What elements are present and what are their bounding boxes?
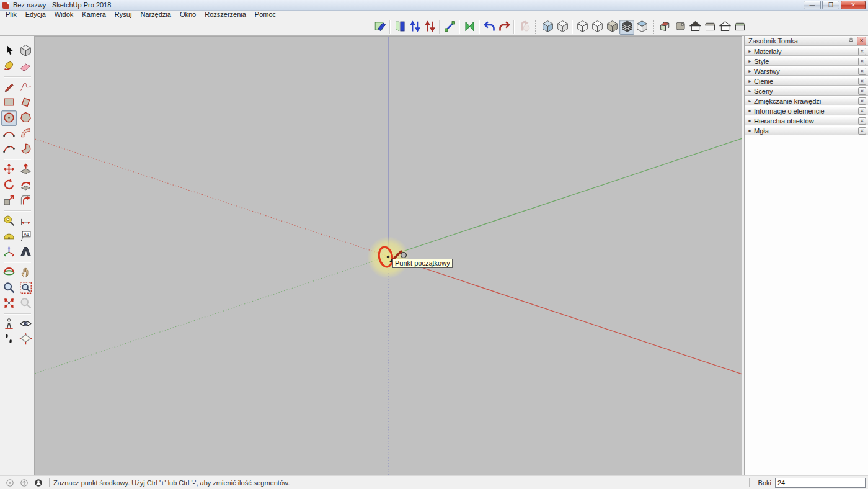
expand-arrow-icon[interactable]: ►	[748, 99, 754, 103]
line-tool-button[interactable]	[1, 79, 17, 95]
style-monochrome-button[interactable]	[634, 20, 649, 35]
menu-okno[interactable]: Okno	[175, 11, 200, 19]
select-tool-button[interactable]	[1, 43, 17, 59]
tray-section-hierarchia-obiektow[interactable]: ► Hierarchia obiektów ✕	[745, 116, 868, 125]
menu-rozszerzenia[interactable]: Rozszerzenia	[200, 11, 250, 19]
protractor-tool-button[interactable]	[1, 229, 17, 244]
tray-section-sceny[interactable]: ► Sceny ✕	[745, 86, 868, 96]
section-arrows-blue-button[interactable]	[407, 20, 422, 35]
expand-arrow-icon[interactable]: ►	[748, 119, 754, 123]
menu-rysuj[interactable]: Rysuj	[110, 11, 136, 19]
view-iso-button[interactable]	[658, 20, 673, 35]
move-diagonal-button[interactable]	[442, 20, 457, 35]
rotated-rectangle-tool-button[interactable]	[18, 95, 33, 110]
orbit-tool-button[interactable]	[1, 265, 17, 280]
undo-button[interactable]	[482, 20, 497, 35]
rotate-tool-button[interactable]	[1, 177, 17, 193]
style-shaded-button[interactable]	[604, 20, 619, 35]
tray-close-icon[interactable]: ✕	[857, 37, 866, 45]
expand-arrow-icon[interactable]: ►	[748, 89, 754, 93]
eraser-tool-button[interactable]	[18, 59, 33, 74]
menu-narzedzia[interactable]: Narzędzia	[136, 11, 175, 19]
3d-text-tool-button[interactable]	[18, 244, 33, 260]
drawing-canvas[interactable]: Punkt początkowy	[34, 36, 742, 475]
view-front-button[interactable]	[688, 20, 702, 35]
position-camera-tool-button[interactable]	[1, 316, 17, 332]
measurement-input[interactable]	[775, 478, 866, 488]
expand-arrow-icon[interactable]: ►	[748, 109, 754, 113]
section-arrows-red-button[interactable]	[422, 20, 437, 35]
view-top-button[interactable]	[673, 20, 688, 35]
style-hidden-line-button[interactable]	[590, 20, 604, 35]
pie-tool-button[interactable]	[18, 141, 33, 157]
section-display-button[interactable]	[392, 20, 407, 35]
section-plane-tool-button[interactable]	[18, 332, 33, 348]
menu-plik[interactable]: Plik	[1, 11, 21, 19]
style-wireframe-button[interactable]	[575, 20, 590, 35]
walk-tool-button[interactable]	[1, 332, 17, 348]
menu-pomoc[interactable]: Pomoc	[250, 11, 280, 19]
minimize-button[interactable]: —	[804, 1, 821, 9]
section-close-icon[interactable]: ✕	[858, 107, 866, 115]
tape-measure-tool-button[interactable]	[1, 213, 17, 229]
view-left-button[interactable]	[732, 20, 747, 35]
expand-arrow-icon[interactable]: ►	[748, 128, 754, 133]
section-close-icon[interactable]: ✕	[858, 68, 866, 75]
text-tool-button[interactable]: A1	[18, 229, 33, 244]
credits-icon[interactable]	[19, 478, 29, 487]
expand-arrow-icon[interactable]: ►	[748, 79, 754, 83]
close-button[interactable]: ✕	[841, 1, 866, 9]
section-close-icon[interactable]: ✕	[858, 87, 866, 95]
menu-kamera[interactable]: Kamera	[78, 11, 110, 19]
expand-arrow-icon[interactable]: ►	[748, 49, 754, 53]
section-close-icon[interactable]: ✕	[858, 48, 866, 55]
axes-tool-button[interactable]	[1, 244, 17, 260]
pin-icon[interactable]	[847, 37, 855, 45]
follow-me-tool-button[interactable]	[18, 177, 33, 193]
tray-section-informacje-o-elemencie[interactable]: ► Informacje o elemencie ✕	[745, 106, 868, 115]
section-close-icon[interactable]: ✕	[858, 58, 866, 65]
section-plane-tool-button[interactable]	[373, 20, 388, 35]
tray-section-zmiekczanie-krawedzi[interactable]: ► Zmiękczanie krawędzi ✕	[745, 96, 868, 105]
polygon-tool-button[interactable]	[18, 110, 33, 126]
tray-section-warstwy[interactable]: ► Warstwy ✕	[745, 66, 868, 76]
redo-button[interactable]	[497, 20, 512, 35]
tray-section-mgla[interactable]: ► Mgła ✕	[745, 126, 868, 135]
flip-plane-button[interactable]	[462, 20, 477, 35]
freehand-tool-button[interactable]	[18, 79, 33, 95]
view-right-button[interactable]	[702, 20, 717, 35]
scale-tool-button[interactable]	[1, 193, 17, 209]
style-xray-button[interactable]	[540, 20, 555, 35]
section-close-icon[interactable]: ✕	[858, 78, 866, 85]
menu-edycja[interactable]: Edycja	[21, 11, 50, 19]
rectangle-tool-button[interactable]	[1, 95, 17, 110]
section-close-icon[interactable]: ✕	[858, 127, 866, 135]
move-tool-button[interactable]	[1, 162, 17, 177]
pan-tool-button[interactable]	[18, 265, 33, 280]
tray-section-style[interactable]: ► Style ✕	[745, 56, 868, 66]
section-close-icon[interactable]: ✕	[858, 97, 866, 105]
view-back-button[interactable]	[717, 20, 732, 35]
circle-tool-button[interactable]	[1, 110, 17, 126]
arc-tool-button[interactable]	[18, 126, 33, 141]
make-component-tool-button[interactable]	[18, 43, 33, 59]
look-around-tool-button[interactable]	[18, 316, 33, 332]
style-shaded-textures-button[interactable]	[619, 20, 634, 35]
zoom-extents-tool-button[interactable]	[1, 296, 17, 312]
tray-section-cienie[interactable]: ► Cienie ✕	[745, 76, 868, 86]
paint-bucket-tool-button[interactable]	[1, 59, 17, 74]
style-back-edges-button[interactable]	[555, 20, 570, 35]
account-icon[interactable]	[33, 478, 43, 487]
zoom-tool-button[interactable]	[1, 280, 17, 296]
section-close-icon[interactable]: ✕	[858, 117, 866, 125]
geolocation-icon[interactable]	[5, 478, 14, 487]
tray-section-materialy[interactable]: ► Materiały ✕	[745, 47, 868, 56]
expand-arrow-icon[interactable]: ►	[748, 59, 754, 63]
three-point-arc-tool-button[interactable]	[1, 141, 17, 157]
menu-widok[interactable]: Widok	[50, 11, 78, 19]
expand-arrow-icon[interactable]: ►	[748, 69, 754, 73]
push-pull-tool-button[interactable]	[18, 162, 33, 177]
zoom-window-tool-button[interactable]	[18, 280, 33, 296]
offset-tool-button[interactable]	[18, 193, 33, 209]
dimension-tool-button[interactable]	[18, 213, 33, 229]
